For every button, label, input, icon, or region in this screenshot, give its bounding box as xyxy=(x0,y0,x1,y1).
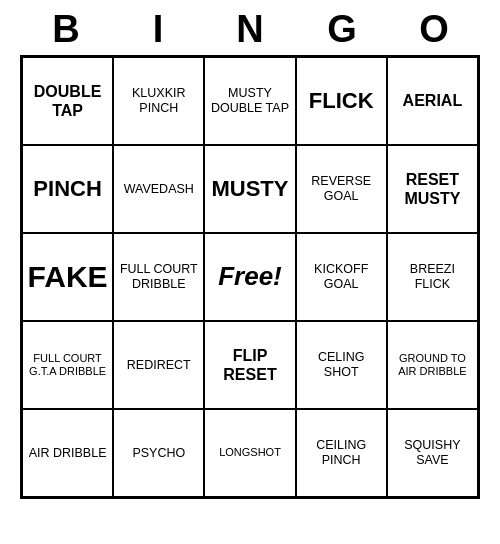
bingo-letter-i: I xyxy=(118,8,198,51)
bingo-cell-6: WAVEDASH xyxy=(113,145,204,233)
bingo-header: BINGO xyxy=(20,0,480,55)
bingo-cell-11: FULL COURT DRIBBLE xyxy=(113,233,204,321)
bingo-cell-8: REVERSE GOAL xyxy=(296,145,387,233)
bingo-cell-4: AERIAL xyxy=(387,57,478,145)
bingo-cell-20: AIR DRIBBLE xyxy=(22,409,113,497)
bingo-cell-0: DOUBLE TAP xyxy=(22,57,113,145)
bingo-cell-14: BREEZI FLICK xyxy=(387,233,478,321)
bingo-grid: DOUBLE TAPKLUXKIR PINCHMUSTY DOUBLE TAPF… xyxy=(20,55,480,499)
bingo-cell-19: GROUND TO AIR DRIBBLE xyxy=(387,321,478,409)
bingo-cell-16: REDIRECT xyxy=(113,321,204,409)
bingo-cell-13: KICKOFF GOAL xyxy=(296,233,387,321)
bingo-cell-24: SQUISHY SAVE xyxy=(387,409,478,497)
bingo-cell-21: PSYCHO xyxy=(113,409,204,497)
bingo-cell-18: CELING SHOT xyxy=(296,321,387,409)
bingo-letter-g: G xyxy=(302,8,382,51)
bingo-cell-17: FLIP RESET xyxy=(204,321,295,409)
bingo-letter-o: O xyxy=(394,8,474,51)
bingo-cell-10: FAKE xyxy=(22,233,113,321)
bingo-cell-5: PINCH xyxy=(22,145,113,233)
bingo-cell-3: FLICK xyxy=(296,57,387,145)
bingo-letter-b: B xyxy=(26,8,106,51)
bingo-cell-7: MUSTY xyxy=(204,145,295,233)
bingo-cell-2: MUSTY DOUBLE TAP xyxy=(204,57,295,145)
bingo-cell-22: LONGSHOT xyxy=(204,409,295,497)
bingo-letter-n: N xyxy=(210,8,290,51)
bingo-cell-9: RESET MUSTY xyxy=(387,145,478,233)
bingo-cell-15: FULL COURT G.T.A DRIBBLE xyxy=(22,321,113,409)
bingo-cell-1: KLUXKIR PINCH xyxy=(113,57,204,145)
bingo-cell-12: Free! xyxy=(204,233,295,321)
bingo-cell-23: CEILING PINCH xyxy=(296,409,387,497)
